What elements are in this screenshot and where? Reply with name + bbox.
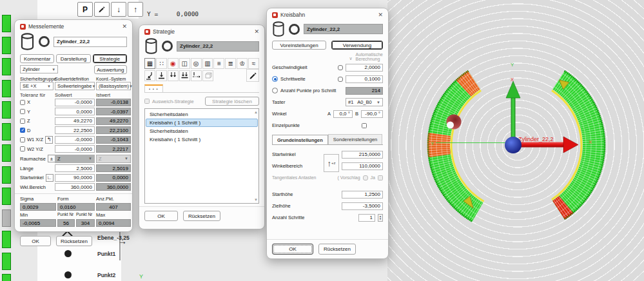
status-light[interactable] (2, 101, 11, 119)
close-icon[interactable]: ✕ (254, 29, 259, 35)
sollwert-input-w2[interactable]: -0,0000 (55, 145, 95, 153)
status-light[interactable] (2, 188, 11, 205)
einzelpunkte-checkbox[interactable] (362, 123, 367, 128)
winkelbereich-input[interactable]: 110,0000 (342, 162, 383, 170)
strategie-titlebar[interactable]: Strategie ✕ (139, 25, 264, 37)
tolerance-checkbox-w1[interactable] (20, 137, 25, 142)
projection-icon-button[interactable]: ↰ (45, 136, 53, 144)
sollwert-input-d[interactable]: 22,2500 (55, 126, 95, 134)
bounding-box-icon[interactable] (202, 70, 213, 81)
tolerance-checkbox-z[interactable] (20, 119, 25, 124)
probe-double-plate-icon[interactable] (179, 70, 190, 81)
pencil-button[interactable] (94, 2, 110, 17)
messelemente-titlebar[interactable]: Messelemente ✕ (15, 20, 132, 32)
status-light[interactable] (2, 253, 11, 270)
element-type-select[interactable]: Zylinder▼ (20, 65, 58, 73)
status-light[interactable] (2, 15, 11, 32)
list-item[interactable]: Sicherheitsdaten (146, 110, 258, 119)
points-grid-icon[interactable]: ▦ (144, 58, 155, 69)
status-light[interactable] (2, 37, 11, 54)
startwinkel-input[interactable]: 90,0000 (55, 174, 95, 182)
crown-scan-icon[interactable]: ♔ (237, 58, 248, 69)
anzahl-punkte-radio[interactable] (272, 88, 278, 93)
sollwert-input-x[interactable]: -0,0000 (55, 99, 95, 106)
sollwert-input-y[interactable]: 0,0000 (55, 108, 95, 115)
tab-sondereinstellungen[interactable]: Sondereinstellungen (328, 134, 382, 144)
close-icon[interactable]: ✕ (378, 12, 383, 18)
axis-direction-button[interactable]: ↑ +z (324, 154, 339, 172)
vorschlag-checkbox[interactable] (363, 175, 368, 180)
circle-path-icon[interactable]: ◉ (168, 58, 179, 69)
probe-step-icon[interactable] (191, 70, 202, 81)
probe-double-icon[interactable] (168, 70, 179, 81)
status-light[interactable] (2, 166, 11, 184)
p-button[interactable]: P (77, 2, 93, 17)
list-item-punkt1[interactable]: Punkt1 (97, 251, 115, 257)
stepper-control[interactable]: ▲▼ (378, 214, 383, 222)
sicherheitsgruppe-select[interactable]: SE +X▼ (20, 82, 54, 90)
schrittweite-input[interactable]: 0,1000 (346, 75, 383, 83)
taster-select[interactable]: #1 A0_B0▼ (346, 98, 383, 106)
geschwindigkeit-input[interactable]: 2,0000 (346, 64, 383, 72)
laenge-input[interactable]: 2,5000 (55, 164, 95, 172)
wklbereich-input[interactable]: 360,0000 (55, 183, 95, 191)
sollwert-input-w1[interactable]: -0,0000 (55, 136, 95, 144)
scroll-up-icon[interactable]: ▲ (254, 110, 258, 114)
status-light[interactable] (2, 80, 11, 97)
edit-pencil-button[interactable] (246, 69, 259, 82)
ok-button[interactable]: OK (144, 211, 178, 221)
scatter-points-icon[interactable]: ∷ (156, 58, 167, 69)
strategy-tab[interactable]: • • • (144, 84, 163, 92)
list-item[interactable]: Sicherheitsdaten (146, 127, 258, 135)
polar-grid-icon[interactable]: ◎ (191, 58, 202, 69)
kommentar-button[interactable]: Kommentar (20, 54, 54, 63)
sollwertdefinition-select[interactable]: Sollwerteingabe▼ (55, 82, 95, 90)
ok-button[interactable]: OK (20, 236, 51, 246)
tab-grundeinstellungen[interactable]: Grundeinstellungen (272, 135, 328, 145)
tolerance-checkbox-x[interactable] (20, 100, 25, 105)
voreinstellungen-button[interactable]: Voreinstellungen (272, 41, 326, 50)
list-strategy-icon[interactable]: ≣ (225, 58, 236, 69)
status-light[interactable] (2, 231, 11, 248)
status-light[interactable] (2, 144, 11, 162)
list-item-punkt2[interactable]: Punkt2 (97, 272, 115, 278)
raumachse-select[interactable]: Z▼ (55, 155, 95, 163)
element-name-input[interactable]: Zylinder_22,2 (54, 37, 127, 47)
status-light[interactable] (2, 274, 11, 281)
winkel-a-input[interactable]: 0,0 ° (333, 110, 353, 118)
auswertung-button[interactable]: Auswertung (94, 65, 127, 74)
next-arrow-icon[interactable]: → (118, 237, 127, 245)
ja-checkbox[interactable] (378, 175, 383, 180)
reset-button[interactable]: Rücksetzen (183, 211, 220, 221)
anzahl-schritte-input[interactable]: 1 (358, 214, 375, 222)
scroll-down-icon[interactable]: ▼ (254, 198, 258, 202)
tolerance-checkbox-y[interactable] (20, 109, 25, 114)
curve-scan-icon[interactable]: ≈ (248, 58, 259, 69)
status-light[interactable] (2, 209, 11, 227)
auto-calc-checkbox[interactable] (338, 65, 343, 70)
angle-icon-button[interactable]: ∟ (46, 174, 54, 182)
verwendung-button[interactable]: Verwendung (331, 41, 383, 50)
cad-viewport[interactable]: Y Zylinder_22,2 Y X X (387, 0, 644, 281)
auto-calc-checkbox[interactable] (338, 77, 343, 82)
close-icon[interactable]: ✕ (122, 24, 127, 30)
strategie-button[interactable]: Strategie (93, 54, 127, 63)
starthoehe-input[interactable]: 1,2500 (342, 191, 383, 199)
generatrix-icon[interactable]: ▥ (202, 58, 213, 69)
list-item[interactable]: Kreisbahn ( 1 Schnitt ) (146, 135, 258, 144)
status-light[interactable] (2, 58, 11, 75)
stacked-circles-icon[interactable]: ≡ (213, 58, 224, 69)
zielhoehe-input[interactable]: -3,5000 (342, 202, 383, 210)
schrittweite-radio[interactable] (272, 76, 278, 82)
tolerance-checkbox-d[interactable] (20, 128, 25, 133)
probe-vertical-icon[interactable] (156, 70, 167, 81)
status-light[interactable] (2, 123, 11, 140)
sollwert-input-z[interactable]: 49,2270 (55, 117, 95, 125)
tolerance-checkbox-w2[interactable] (20, 146, 25, 151)
reset-button[interactable]: Rücksetzen (56, 236, 92, 246)
ausweich-checkbox[interactable] (144, 99, 150, 104)
reset-button[interactable]: Rücksetzen (318, 244, 356, 255)
darstellung-button[interactable]: Darstellung (56, 54, 90, 63)
startwinkel-input[interactable]: 215,0000 (342, 151, 383, 159)
probe-single-point-icon[interactable] (144, 70, 155, 81)
